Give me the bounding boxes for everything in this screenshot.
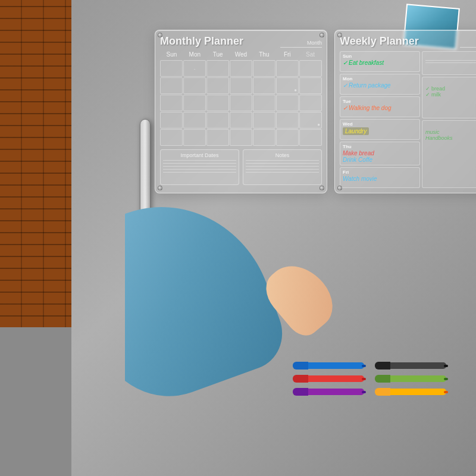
cal-cell: ● [299, 112, 322, 129]
cal-cell [253, 95, 275, 111]
notes-item-handbooks: Handbooks [425, 135, 476, 141]
task-text: Watch movie [343, 176, 377, 182]
important-dates-label: Important Dates [163, 152, 236, 158]
checkmark: ✓ [343, 60, 347, 66]
monthly-notes-box: Notes [243, 149, 322, 185]
cal-cell [160, 95, 183, 111]
cal-cell [206, 77, 229, 94]
day-row-tue: Tue ✓ Walking the dog [340, 96, 420, 117]
line [163, 166, 236, 167]
marker-groups [293, 362, 446, 396]
planners-container: Monthly Planner Month Sun Mon Tue Wed Th… [155, 30, 476, 193]
task-bread: Make bread [343, 150, 417, 156]
task-laundry: Laundry [343, 127, 417, 135]
cal-header-mon: Mon [183, 50, 206, 59]
weekly-notes-box: Notes music Handbooks [422, 120, 476, 188]
checkmark-icon: ✓ [425, 86, 430, 92]
cal-cell [206, 95, 229, 111]
cal-row-5 [160, 129, 322, 146]
weekly-header: Weekly Planner Week [340, 35, 476, 48]
todo-label: To Do [425, 79, 476, 84]
marker-yellow [375, 388, 446, 396]
cal-header-row: Sun Mon Tue Wed Thu Fri Sat [160, 50, 322, 59]
checkmark: ✓ [343, 105, 347, 111]
cal-cell [299, 60, 322, 77]
cal-cell [276, 60, 299, 77]
marker-body [390, 362, 446, 369]
cal-cell [183, 129, 206, 146]
cal-row-4: ● [160, 112, 322, 129]
brick-wall [0, 0, 83, 327]
marker-body [390, 375, 446, 382]
important-dates-lines [163, 160, 236, 173]
marker-cap [293, 362, 308, 369]
cal-cell [276, 112, 299, 129]
marker-tip [362, 365, 366, 367]
line [163, 160, 236, 161]
cal-row-3 [160, 95, 322, 111]
cal-cell [160, 112, 183, 129]
marker-tip [362, 391, 366, 393]
cal-cell [299, 129, 322, 146]
task-text: Laundry [343, 127, 369, 135]
cal-header-sat: Sat [299, 50, 322, 59]
cal-cell [160, 129, 183, 146]
marker-tip [444, 378, 448, 380]
marker-cap [375, 362, 390, 369]
marker-tip [444, 391, 448, 393]
sleeve [125, 190, 293, 416]
marker-body [308, 389, 364, 395]
marker-group-left [293, 362, 364, 396]
cal-header-tue: Tue [206, 50, 230, 59]
day-label-thu: Thu [343, 144, 417, 149]
task-text: Walking the dog [349, 105, 392, 111]
notes-label: Notes [425, 123, 476, 128]
day-label-mon: Mon [343, 76, 417, 82]
calendar-grid: Sun Mon Tue Wed Thu Fri Sat - [160, 50, 322, 146]
cal-header-wed: Wed [230, 50, 253, 59]
day-label-wed: Wed [343, 121, 417, 127]
monthly-bottom: Important Dates Notes [160, 149, 322, 185]
right-col: Goals To Do ✓ bread ✓ milk [422, 51, 476, 188]
cal-row-1: - [160, 60, 322, 77]
cal-cell [206, 60, 229, 77]
day-label-tue: Tue [343, 99, 417, 104]
marker-blue [293, 362, 364, 369]
monthly-header: Monthly Planner Month [160, 35, 322, 48]
markers-area [293, 362, 446, 396]
line [246, 169, 319, 170]
fridge-body: Monthly Planner Month Sun Mon Tue Wed Th… [71, 0, 476, 476]
day-row-thu: Thu Make bread Drink Coffe [340, 142, 420, 165]
checkmark-icon: ✓ [425, 92, 430, 98]
line [163, 163, 236, 164]
month-box: Month [280, 40, 322, 48]
goals-label: Goals [425, 54, 476, 59]
day-rows-col: Sun ✓ Eat breakfast Mon ✓ Return package [340, 51, 420, 188]
cal-cell [230, 95, 252, 111]
cal-row-2: ● [160, 77, 322, 94]
task-text: Drink Coffe [343, 156, 372, 163]
marker-tip [444, 365, 448, 367]
day-label-sun: Sun [343, 54, 417, 59]
weekly-planner-panel: Weekly Planner Week Sun ✓ Eat breakfast [334, 30, 476, 193]
screw-tl [337, 33, 342, 37]
month-input-line [280, 47, 322, 48]
cal-cell: - [183, 60, 206, 77]
day-row-sun: Sun ✓ Eat breakfast [340, 51, 420, 72]
week-box: Week [460, 40, 476, 48]
todo-box: To Do ✓ bread ✓ milk [422, 77, 476, 118]
cal-cell [253, 60, 275, 77]
monthly-planner-panel: Monthly Planner Month Sun Mon Tue Wed Th… [155, 30, 327, 193]
marker-tip [362, 378, 366, 380]
cal-header-fri: Fri [275, 50, 299, 59]
cal-cell [253, 112, 275, 129]
weekly-title: Weekly Planner [340, 35, 419, 48]
cal-rows: - [160, 60, 322, 146]
cal-cell [276, 95, 299, 111]
cal-cell [276, 129, 299, 146]
cal-cell [183, 112, 206, 129]
cal-cell [206, 112, 229, 129]
screw-bl [158, 186, 162, 190]
screw-tl [158, 33, 162, 37]
screw-bl [337, 186, 342, 190]
